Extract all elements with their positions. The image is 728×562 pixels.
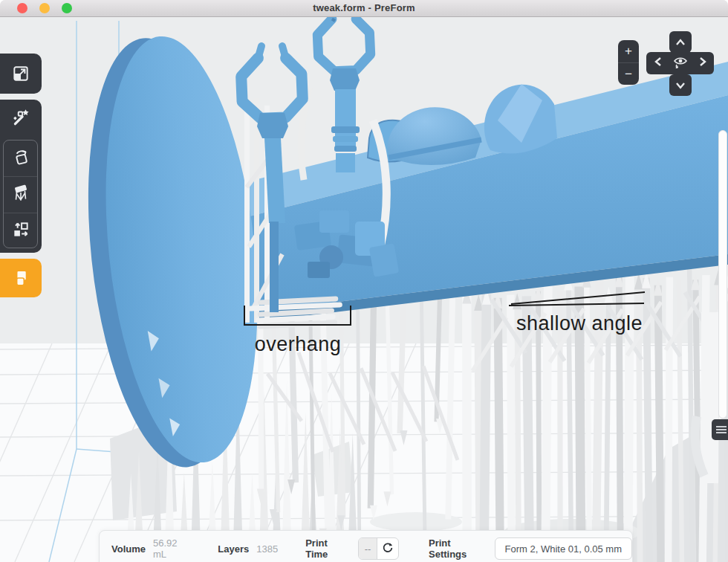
chevron-up-icon: [675, 36, 686, 49]
pan-down-button[interactable]: [669, 74, 692, 96]
print-time-box: --: [358, 537, 399, 560]
active-tool-button[interactable]: [0, 259, 42, 297]
titlebar: tweak.form - PreForm: [0, 0, 728, 17]
pan-up-button[interactable]: [669, 31, 692, 53]
print-time-refresh-button[interactable]: [377, 538, 398, 559]
chevron-down-icon: [675, 79, 686, 92]
supports-tool-button[interactable]: [4, 177, 37, 213]
scale-icon: [11, 64, 30, 83]
model-list-button[interactable]: [712, 419, 728, 440]
zoom-out-button[interactable]: −: [618, 63, 639, 85]
close-button[interactable]: [17, 3, 27, 13]
app-window: overhang shallow angle tweak.form - PreF…: [0, 0, 728, 562]
magic-wand-icon: [11, 108, 30, 130]
pan-left-button[interactable]: [646, 52, 669, 74]
tool-subgroup: [3, 140, 38, 248]
volume-value: 56.92 mL: [153, 537, 190, 560]
print-time-label: Print Time: [305, 537, 349, 560]
tool-cluster: [0, 100, 42, 253]
viewport-3d[interactable]: overhang shallow angle: [0, 16, 728, 562]
scale-tool-button[interactable]: [0, 54, 42, 94]
layers-value: 1385: [256, 543, 278, 555]
chevron-left-icon: [654, 56, 662, 70]
orbit-eye-icon: [672, 54, 689, 73]
chevron-right-icon: [699, 56, 706, 70]
orientation-tool-button[interactable]: [4, 140, 37, 177]
view-orbit-button[interactable]: [669, 52, 692, 74]
annotation-overhang-label: overhang: [255, 333, 342, 355]
pan-right-button[interactable]: [692, 52, 714, 74]
fullscreen-button[interactable]: [62, 3, 72, 13]
minimize-button[interactable]: [39, 3, 50, 13]
selected-tool-icon: [11, 268, 30, 288]
one-click-print-button[interactable]: [0, 100, 42, 138]
zoom-in-button[interactable]: +: [618, 40, 639, 63]
annotation-shallow-angle-label: shallow angle: [516, 312, 643, 335]
status-bar: Volume 56.92 mL Layers 1385 Print Time -…: [99, 530, 633, 562]
rotate-icon: [11, 147, 30, 169]
layout-icon: [11, 220, 30, 242]
print-settings-dropdown[interactable]: Form 2, White 01, 0.05 mm: [495, 537, 633, 560]
volume-label: Volume: [111, 543, 146, 555]
print-time-value: --: [359, 538, 377, 559]
list-icon: [712, 426, 728, 433]
supports-icon: [11, 184, 30, 206]
zoom-control: + −: [618, 40, 639, 85]
viewport-scrollbar[interactable]: [718, 130, 727, 419]
print-settings-label: Print Settings: [429, 537, 487, 560]
window-title: tweak.form - PreForm: [0, 0, 728, 16]
refresh-icon: [382, 542, 394, 556]
layout-tool-button[interactable]: [4, 213, 37, 249]
layers-label: Layers: [218, 543, 249, 555]
